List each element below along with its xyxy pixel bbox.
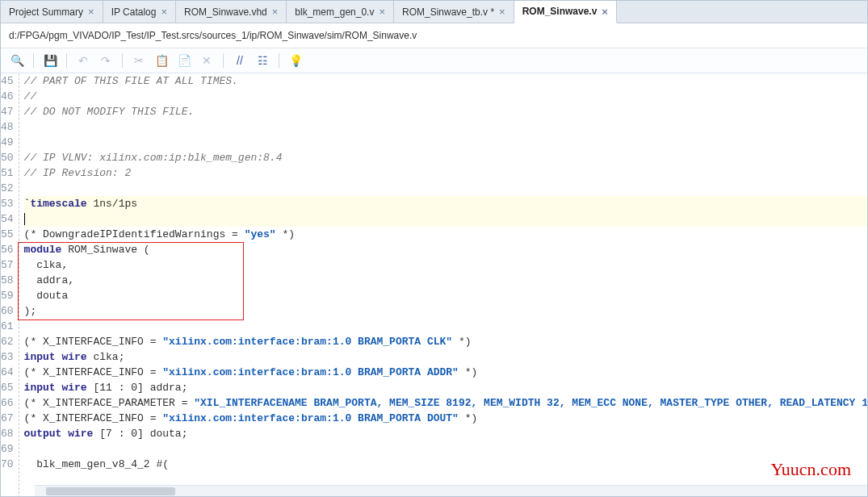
line-number: 58 [1,273,14,288]
paste-icon: 📄 [174,52,194,69]
close-icon[interactable]: × [272,6,279,18]
line-number: 60 [1,303,14,319]
line-number: 50 [1,150,14,165]
code-line[interactable]: output wire [7 : 0] douta; [24,426,867,441]
line-number: 48 [1,119,14,135]
file-path: d:/FPGA/pgm_VIVADO/IP_Test/IP_Test.srcs/… [1,23,867,48]
code-line[interactable]: (* X_INTERFACE_INFO = "xilinx.com:interf… [24,334,867,349]
code-line[interactable]: input wire clka; [24,349,867,365]
code-line[interactable]: `timescale 1ns/1ps [24,196,867,211]
tab-rom-sinwave-tb-v-[interactable]: ROM_Sinwave_tb.v *× [394,1,514,23]
code-area[interactable]: // PART OF THIS FILE AT ALL TIMES.//// D… [19,73,867,497]
code-line[interactable]: blk_mem_gen_v8_4_2 #( [24,457,867,472]
suggest-icon[interactable]: 💡 [286,52,305,69]
tab-ip-catalog[interactable]: IP Catalog× [103,1,176,23]
redo-icon: ↷ [96,52,115,69]
tab-label: blk_mem_gen_0.v [295,6,374,18]
line-number: 46 [1,89,14,104]
line-number: 61 [1,319,14,334]
code-line[interactable]: ); [24,303,867,319]
tab-label: ROM_Sinwave.vhd [184,6,267,18]
editor-toolbar: 🔍💾↶↷✂📋📄✕//☷💡 [1,48,867,73]
close-icon[interactable]: × [88,6,94,18]
horizontal-scrollbar[interactable] [35,485,867,496]
text-cursor [24,213,25,225]
code-line[interactable]: input wire [11 : 0] addra; [24,380,867,395]
delete-icon: ✕ [197,52,216,69]
line-number: 62 [1,334,14,349]
save-icon: 💾 [40,52,60,69]
line-number: 52 [1,181,14,196]
code-line[interactable] [24,135,867,150]
toolbar-separator [223,53,224,68]
line-number: 63 [1,349,14,365]
code-line[interactable]: module ROM_Sinwave ( [24,242,867,257]
line-number: 56 [1,242,14,257]
toolbar-separator [33,53,34,68]
line-number: 49 [1,135,14,150]
line-number: 66 [1,395,14,411]
code-line[interactable]: // IP VLNV: xilinx.com:ip:blk_mem_gen:8.… [24,150,867,165]
line-number: 54 [1,211,14,227]
toolbar-separator [279,53,279,68]
line-number: 64 [1,365,14,380]
line-number: 67 [1,411,14,426]
toolbar-separator [66,53,67,68]
tab-project-summary[interactable]: Project Summary× [1,1,103,23]
search-icon[interactable]: 🔍 [7,52,27,69]
close-icon[interactable]: × [161,6,167,18]
code-line[interactable]: // PART OF THIS FILE AT ALL TIMES. [24,73,867,89]
close-icon[interactable]: × [602,6,608,18]
tab-bar: Project Summary×IP Catalog×ROM_Sinwave.v… [1,1,867,23]
tab-blk-mem-gen-0-v[interactable]: blk_mem_gen_0.v× [287,1,394,23]
close-icon[interactable]: × [379,6,385,18]
line-gutter: 4546474849505152535455565758596061626364… [1,73,19,497]
tab-rom-sinwave-vhd[interactable]: ROM_Sinwave.vhd× [176,1,287,23]
code-line[interactable]: clka, [24,257,867,273]
tab-rom-sinwave-v[interactable]: ROM_Sinwave.v× [514,1,617,23]
code-line[interactable] [24,181,867,196]
tab-label: Project Summary [9,6,83,18]
toolbar-separator [122,53,123,68]
columns-icon[interactable]: ☷ [253,52,272,69]
line-number: 55 [1,227,14,242]
comment-icon[interactable]: // [230,52,249,69]
code-line[interactable]: // IP Revision: 2 [24,165,867,181]
line-number: 70 [1,457,14,472]
line-number: 53 [1,196,14,211]
line-number: 47 [1,104,14,119]
code-editor[interactable]: 4546474849505152535455565758596061626364… [1,73,867,497]
code-line[interactable]: (* X_INTERFACE_INFO = "xilinx.com:interf… [24,411,867,426]
tab-label: IP Catalog [111,6,157,18]
tab-label: ROM_Sinwave_tb.v * [402,6,494,18]
line-number: 51 [1,165,14,181]
code-line[interactable] [24,319,867,334]
cut-icon: ✂ [129,52,149,69]
tab-label: ROM_Sinwave.v [522,6,598,17]
scrollbar-thumb[interactable] [46,487,175,495]
line-number: 57 [1,257,14,273]
copy-icon[interactable]: 📋 [152,52,171,69]
code-line[interactable] [24,119,867,135]
code-line[interactable]: addra, [24,273,867,288]
code-line[interactable] [24,441,867,457]
code-line[interactable]: // DO NOT MODIFY THIS FILE. [24,104,867,119]
code-line[interactable]: (* X_INTERFACE_INFO = "xilinx.com:interf… [24,365,867,380]
code-line[interactable]: (* X_INTERFACE_PARAMETER = "XIL_INTERFAC… [24,395,867,411]
code-line[interactable]: // [24,89,867,104]
code-line[interactable]: (* DowngradeIPIdentifiedWarnings = "yes"… [24,227,867,242]
line-number: 59 [1,288,14,303]
line-number: 69 [1,441,14,457]
line-number: 65 [1,380,14,395]
line-number: 45 [1,73,14,89]
code-line[interactable] [24,211,867,227]
close-icon[interactable]: × [499,6,505,18]
code-line[interactable]: douta [24,288,867,303]
undo-icon: ↶ [73,52,93,69]
line-number: 68 [1,426,14,441]
